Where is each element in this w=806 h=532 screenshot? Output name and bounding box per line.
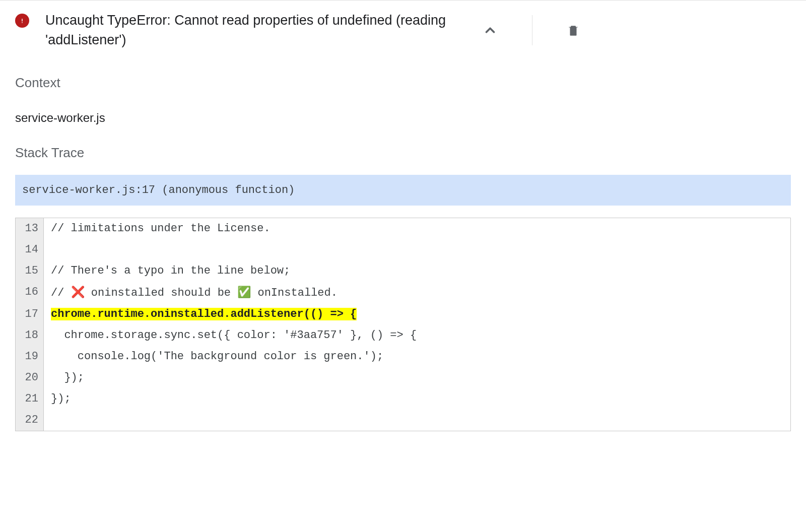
collapse-button[interactable]: [479, 19, 502, 42]
trash-icon: [567, 23, 580, 38]
line-number: 15: [16, 260, 44, 282]
code-text: console.log('The background color is gre…: [44, 346, 790, 367]
code-block: 13 // limitations under the License. 14 …: [15, 218, 791, 431]
code-line: 18 chrome.storage.sync.set({ color: '#3a…: [16, 325, 790, 346]
check-mark-icon: ✅: [237, 286, 251, 298]
delete-button[interactable]: [563, 19, 584, 42]
code-line: 14: [16, 239, 790, 260]
code-text: });: [44, 388, 790, 410]
error-icon: [15, 14, 29, 28]
chevron-up-icon: [483, 23, 498, 38]
line-number: 21: [16, 388, 44, 410]
line-number: 14: [16, 239, 44, 260]
code-line: 19 console.log('The background color is …: [16, 346, 790, 367]
context-value: service-worker.js: [15, 111, 791, 125]
code-text: // There's a typo in the line below;: [44, 260, 790, 282]
code-line: 21 });: [16, 388, 790, 410]
code-line: 15 // There's a typo in the line below;: [16, 260, 790, 282]
line-number: 19: [16, 346, 44, 367]
line-number: 17: [16, 304, 44, 325]
action-divider: [532, 15, 532, 45]
line-number: 22: [16, 410, 44, 431]
code-line: 16 // ❌ oninstalled should be ✅ onInstal…: [16, 282, 790, 304]
code-text: [44, 239, 790, 260]
cross-mark-icon: ❌: [71, 286, 85, 298]
line-number: 16: [16, 282, 44, 304]
code-text: [44, 410, 790, 431]
code-text: chrome.storage.sync.set({ color: '#3aa75…: [44, 325, 790, 346]
context-label: Context: [15, 75, 791, 91]
code-text: // ❌ oninstalled should be ✅ onInstalled…: [44, 282, 790, 304]
line-number: 18: [16, 325, 44, 346]
line-number: 20: [16, 367, 44, 388]
error-title: Uncaught TypeError: Cannot read properti…: [45, 11, 458, 50]
code-line: 13 // limitations under the License.: [16, 218, 790, 239]
stack-trace-label: Stack Trace: [15, 145, 791, 161]
code-line: 22: [16, 410, 790, 431]
line-number: 13: [16, 218, 44, 239]
code-line-highlighted: 17 chrome.runtime.oninstalled.addListene…: [16, 304, 790, 325]
error-header: Uncaught TypeError: Cannot read properti…: [15, 1, 791, 55]
stack-frame[interactable]: service-worker.js:17 (anonymous function…: [15, 175, 791, 206]
code-line: 20 });: [16, 367, 790, 388]
code-text: // limitations under the License.: [44, 218, 790, 239]
code-text: });: [44, 367, 790, 388]
code-text: chrome.runtime.oninstalled.addListener((…: [44, 304, 790, 325]
